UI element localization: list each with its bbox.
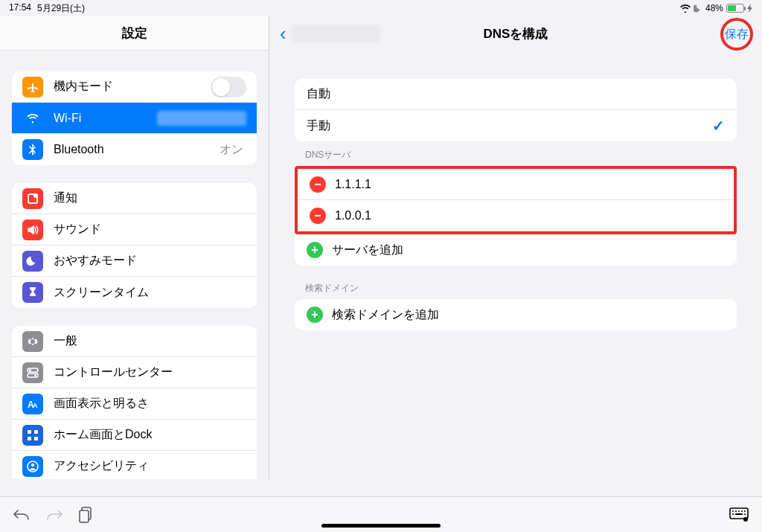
mode-auto-label: 自動 xyxy=(307,86,725,102)
chevron-left-icon: ‹ xyxy=(280,24,286,43)
main-header: ‹ DNSを構成 保存 xyxy=(269,16,762,51)
status-time: 17:54 xyxy=(9,2,31,15)
dns-mode-manual[interactable]: 手動 ✓ xyxy=(295,110,737,141)
row-value: オン xyxy=(220,142,243,158)
sidebar-item-grid[interactable]: ホーム画面とDock xyxy=(12,420,257,451)
sidebar-item-text[interactable]: AA画面表示と明るさ xyxy=(12,388,257,420)
search-domain-header: 検索ドメイン xyxy=(305,282,737,295)
svg-rect-29 xyxy=(735,513,743,515)
sidebar-item-person[interactable]: アクセシビリティ xyxy=(12,451,257,479)
sidebar-item-wifi[interactable]: Wi-Fi xyxy=(12,103,257,134)
main-panel: ‹ DNSを構成 保存 自動 手動 ✓ DNSサーバ −1.1.1.1−1.0.… xyxy=(269,16,762,479)
svg-point-13 xyxy=(31,463,34,466)
sidebar-item-label: 機内モード xyxy=(54,79,211,94)
gear-icon xyxy=(22,331,43,352)
minus-icon[interactable]: − xyxy=(310,208,326,224)
sidebar-item-label: アクセシビリティ xyxy=(54,458,246,474)
sidebar-item-label: Bluetooth xyxy=(54,143,220,156)
svg-point-27 xyxy=(732,513,734,515)
sidebar-item-label: Wi-Fi xyxy=(54,112,157,125)
wifi-icon xyxy=(22,108,43,129)
sidebar-title: 設定 xyxy=(122,25,147,42)
checkmark-icon: ✓ xyxy=(712,117,725,135)
airplane-mode-switch[interactable] xyxy=(211,77,246,97)
hourglass-icon xyxy=(22,282,43,303)
sidebar-item-label: 通知 xyxy=(54,190,246,206)
sidebar-item-sound[interactable]: サウンド xyxy=(12,214,257,246)
sound-icon xyxy=(22,219,43,240)
sidebar-item-label: 画面表示と明るさ xyxy=(54,396,246,411)
sidebar-item-bluetooth[interactable]: Bluetoothオン xyxy=(12,134,257,165)
plus-icon: + xyxy=(307,307,323,323)
svg-rect-9 xyxy=(34,430,38,434)
sidebar-item-label: スクリーンタイム xyxy=(54,285,246,301)
svg-point-1 xyxy=(33,193,38,198)
svg-point-3 xyxy=(29,368,31,371)
sidebar-item-label: ホーム画面とDock xyxy=(54,427,246,443)
sidebar-item-label: おやすみモード xyxy=(54,253,246,269)
undo-icon[interactable] xyxy=(13,507,30,522)
wifi-status-icon xyxy=(680,4,691,13)
sidebar-item-hourglass[interactable]: スクリーンタイム xyxy=(12,277,257,308)
text-icon: AA xyxy=(22,394,43,414)
add-domain-row[interactable]: + 検索ドメインを追加 xyxy=(295,299,737,330)
save-button[interactable]: 保存 xyxy=(725,27,749,42)
sidebar-item-label: 一般 xyxy=(54,333,246,349)
svg-point-25 xyxy=(741,510,743,512)
status-date: 5月29日(土) xyxy=(37,2,85,15)
svg-point-24 xyxy=(738,510,740,512)
sidebar-item-label: サウンド xyxy=(54,222,246,237)
dns-servers-header: DNSサーバ xyxy=(305,149,737,161)
add-server-label: サーバを追加 xyxy=(332,243,725,258)
svg-point-30 xyxy=(743,517,748,522)
svg-point-22 xyxy=(732,510,734,512)
bluetooth-icon xyxy=(22,139,43,160)
save-highlight-circle: 保存 xyxy=(720,18,753,51)
clipboard-icon[interactable] xyxy=(79,507,94,523)
dns-server-row[interactable]: −1.1.1.1 xyxy=(298,169,734,200)
page-title: DNSを構成 xyxy=(484,25,548,42)
wifi-name-redacted xyxy=(157,111,246,126)
battery-percent: 48% xyxy=(705,3,723,13)
svg-point-5 xyxy=(34,374,36,376)
svg-text:A: A xyxy=(33,402,38,409)
svg-rect-10 xyxy=(28,437,31,440)
status-bar: 17:54 5月29日(土) 48% xyxy=(0,0,762,16)
dns-server-value: 1.0.0.1 xyxy=(335,209,722,222)
svg-rect-8 xyxy=(28,430,31,434)
sidebar-item-moon[interactable]: おやすみモード xyxy=(12,246,257,277)
sidebar-item-notification[interactable]: 通知 xyxy=(12,183,257,214)
dns-mode-auto[interactable]: 自動 xyxy=(295,79,737,110)
back-button[interactable]: ‹ xyxy=(280,24,380,43)
settings-sidebar: 設定 機内モードWi-FiBluetoothオン通知サウンドおやすみモードスクリ… xyxy=(0,16,269,479)
svg-rect-11 xyxy=(34,437,38,440)
back-label-redacted xyxy=(291,25,380,42)
home-indicator xyxy=(321,524,441,528)
battery-icon xyxy=(726,4,744,13)
notification-icon xyxy=(22,188,43,209)
add-server-row[interactable]: + サーバを追加 xyxy=(295,234,737,266)
sidebar-item-switches[interactable]: コントロールセンター xyxy=(12,357,257,388)
dns-server-row[interactable]: −1.0.0.1 xyxy=(298,200,734,231)
svg-rect-20 xyxy=(80,510,89,522)
sidebar-item-gear[interactable]: 一般 xyxy=(12,326,257,357)
switches-icon xyxy=(22,362,43,383)
moon-icon xyxy=(22,251,43,272)
charging-icon xyxy=(747,4,753,13)
sidebar-item-airplane[interactable]: 機内モード xyxy=(12,71,257,103)
svg-point-28 xyxy=(744,513,746,515)
mode-manual-label: 手動 xyxy=(307,118,712,134)
keyboard-icon[interactable] xyxy=(729,507,749,522)
plus-icon: + xyxy=(307,242,323,258)
dnd-status-icon xyxy=(694,4,702,13)
person-icon xyxy=(22,456,43,477)
dns-servers-highlight: −1.1.1.1−1.0.0.1 xyxy=(295,166,737,234)
svg-point-26 xyxy=(744,510,746,512)
sidebar-item-label: コントロールセンター xyxy=(54,365,246,380)
redo-icon[interactable] xyxy=(46,507,63,522)
svg-point-23 xyxy=(735,510,737,512)
airplane-icon xyxy=(22,77,43,97)
grid-icon xyxy=(22,425,43,446)
minus-icon[interactable]: − xyxy=(310,176,326,193)
sidebar-header: 設定 xyxy=(0,16,269,51)
